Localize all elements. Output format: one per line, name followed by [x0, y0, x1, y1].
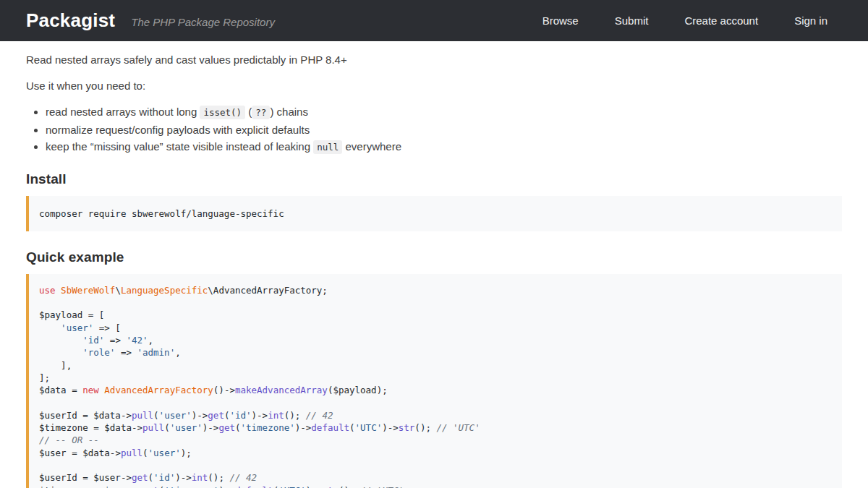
code-token: ,: [175, 347, 181, 358]
code-token: )->: [175, 472, 192, 483]
code-token: (: [164, 422, 170, 433]
code-token: normalize request/config payloads with e…: [46, 124, 310, 136]
code-token: ->: [121, 472, 132, 483]
code-token: int: [192, 472, 208, 483]
code-token: ,: [148, 335, 154, 346]
code-token: ->: [110, 448, 121, 458]
code-token: everywhere: [342, 140, 401, 153]
intro-paragraph: Read nested arrays safely and cast value…: [26, 53, 842, 67]
list-item: normalize request/config payloads with e…: [46, 121, 842, 139]
code-token: keep the “missing value” state visible i…: [46, 140, 313, 153]
code-line: 'role' => 'admin',: [39, 346, 830, 359]
nav-browse[interactable]: Browse: [542, 14, 579, 27]
code-token: )->: [382, 422, 399, 433]
inline-code: null: [313, 140, 342, 154]
code-token: ];: [39, 372, 50, 383]
code-line: // -- OR --: [39, 434, 830, 446]
nav-sign-in[interactable]: Sign in: [794, 14, 827, 27]
code-line: $userId = $data->pull('user')->get('id')…: [39, 409, 830, 421]
code-token: // 'UTC': [436, 422, 480, 433]
use-when-paragraph: Use it when you need to:: [26, 79, 842, 93]
code-token: [39, 322, 61, 333]
code-token: ();: [208, 472, 229, 483]
code-token: =: [77, 410, 94, 421]
code-token: new: [82, 385, 99, 395]
inline-code: isset(): [200, 106, 245, 119]
code-token: 'timezone': [164, 485, 218, 488]
code-token: =: [67, 448, 83, 458]
use-case-list: read nested arrays without long isset() …: [26, 103, 842, 156]
nav-create-account[interactable]: Create account: [684, 14, 758, 27]
code-token: 'user': [159, 410, 192, 421]
code-token: $user: [104, 485, 132, 488]
code-token: use: [39, 285, 56, 296]
code-token: $user: [93, 472, 121, 483]
code-token: $user: [39, 448, 67, 458]
code-token: = [: [82, 309, 104, 320]
code-token: 'user': [61, 322, 93, 333]
code-token: =: [77, 472, 94, 483]
code-token: $data: [104, 422, 132, 433]
code-token: \AdvancedArrayFactory;: [208, 285, 328, 296]
main-nav: Browse Submit Create account Sign in: [542, 14, 827, 27]
code-token: (: [153, 410, 159, 421]
code-token: )->: [218, 485, 235, 488]
code-token: get: [142, 485, 159, 488]
code-token: (: [235, 422, 241, 433]
code-token: )->: [203, 422, 219, 433]
code-line: composer require sbwerewolf/language-spe…: [39, 207, 830, 220]
install-code-block: composer require sbwerewolf/language-spe…: [26, 196, 842, 231]
list-item: keep the “missing value” state visible i…: [46, 138, 842, 156]
code-token: pull: [132, 410, 153, 421]
code-token: // 'UTC': [360, 485, 404, 488]
code-token: $data: [93, 410, 121, 421]
example-code-block: use SbWereWolf\LanguageSpecific\Advanced…: [26, 274, 842, 488]
code-token: (: [148, 472, 154, 483]
code-line: ],: [39, 359, 830, 372]
code-token: $timezone: [39, 422, 88, 433]
code-token: ()->: [213, 385, 235, 395]
code-token: (: [142, 448, 148, 458]
code-token: =: [88, 422, 105, 433]
code-token: );: [181, 448, 192, 458]
code-token: )->: [295, 422, 312, 433]
code-token: $userId: [39, 410, 77, 421]
code-token: )->: [306, 485, 323, 488]
code-token: ();: [339, 485, 360, 488]
code-token: =>: [104, 335, 126, 346]
code-token: ->: [132, 422, 142, 433]
code-token: \: [115, 285, 121, 296]
code-token: get: [208, 410, 224, 421]
code-line: $payload = [: [39, 309, 830, 321]
code-token: // -- OR --: [39, 435, 99, 445]
code-token: ->: [132, 485, 142, 488]
code-line: $user = $data->pull('user');: [39, 447, 830, 459]
site-logo[interactable]: Packagist: [26, 9, 115, 32]
code-token: 'timezone': [241, 422, 295, 433]
code-token: [39, 347, 82, 358]
code-token: 'UTC': [278, 485, 306, 488]
quick-example-heading: Quick example: [26, 249, 842, 265]
code-token: '42': [126, 335, 148, 346]
code-token: str: [322, 485, 339, 488]
code-token: $userId: [39, 472, 77, 483]
code-token: // 42: [306, 410, 333, 421]
code-token: => [: [93, 322, 121, 333]
code-token: $data: [39, 385, 67, 395]
code-token: =: [88, 485, 105, 488]
code-token: makeAdvancedArray: [235, 385, 328, 395]
code-line: [39, 296, 830, 309]
code-token: 'admin': [137, 347, 175, 358]
code-line: 'user' => [: [39, 322, 830, 334]
site-tagline: The PHP Package Repository: [131, 13, 275, 28]
inline-code: ??: [252, 106, 270, 119]
code-line: use SbWereWolf\LanguageSpecific\Advanced…: [39, 284, 830, 296]
nav-submit[interactable]: Submit: [615, 14, 649, 27]
code-token: $data: [82, 448, 110, 458]
code-token: read nested arrays without long: [46, 106, 200, 118]
code-token: =: [67, 385, 83, 395]
code-line: $timezone = $user->get('timezone')->defa…: [39, 484, 830, 488]
code-token: default: [311, 422, 349, 433]
code-token: );: [377, 385, 388, 395]
header: Packagist The PHP Package Repository Bro…: [0, 0, 868, 41]
